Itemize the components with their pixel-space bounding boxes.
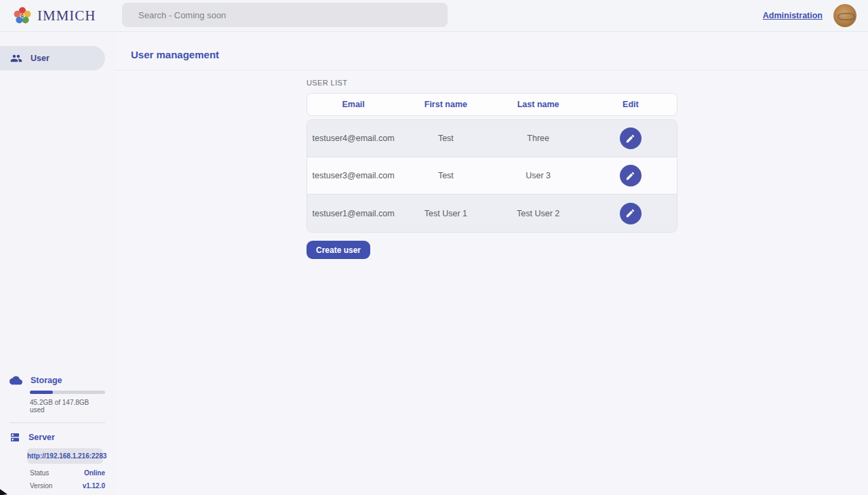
top-header: IMMICH Administration [0, 0, 868, 32]
table-row: testuser1@email.com Test User 1 Test Use… [307, 195, 677, 232]
cell-last-name: Test User 2 [492, 209, 585, 218]
table-row: testuser3@email.com Test User 3 [307, 157, 677, 195]
administration-link[interactable]: Administration [763, 11, 823, 20]
server-version-row: Version v1.12.0 [30, 482, 105, 490]
search-input[interactable] [122, 3, 448, 27]
column-header-last-name: Last name [492, 100, 585, 109]
cell-first-name: Test User 1 [399, 209, 492, 218]
app-logo[interactable]: IMMICH [0, 6, 96, 25]
cloud-icon [9, 376, 22, 385]
sidebar-item-users[interactable]: User [0, 46, 105, 71]
cell-first-name: Test [399, 134, 492, 143]
storage-usage-text: 45.2GB of 147.8GB used [30, 399, 105, 414]
sidebar-status-panel: Storage 45.2GB of 147.8GB used Server ht… [0, 376, 115, 490]
cell-last-name: User 3 [492, 171, 585, 180]
page-title: User management [115, 32, 868, 60]
cell-last-name: Three [492, 134, 585, 143]
edit-user-button[interactable] [620, 127, 642, 149]
column-header-first-name: First name [399, 100, 492, 109]
sidebar-item-label: User [31, 54, 50, 63]
cell-email: testuser1@email.com [307, 209, 399, 218]
column-header-email: Email [307, 100, 399, 109]
cell-email: testuser4@email.com [307, 134, 399, 143]
dns-icon [9, 432, 20, 443]
sidebar-divider [9, 422, 105, 423]
users-table-header: Email First name Last name Edit [307, 93, 677, 116]
pencil-icon [625, 171, 635, 181]
cell-first-name: Test [399, 171, 492, 180]
version-label: Version [30, 482, 52, 490]
user-avatar[interactable] [833, 4, 856, 27]
storage-title: Storage [31, 376, 62, 385]
create-user-button[interactable]: Create user [307, 241, 370, 259]
status-label: Status [30, 469, 49, 477]
mouse-cursor [0, 486, 10, 495]
logo-text: IMMICH [37, 7, 96, 24]
storage-progress [30, 391, 105, 394]
version-value: v1.12.0 [83, 482, 105, 490]
pencil-icon [625, 208, 635, 218]
server-status-row: Status Online [30, 469, 105, 477]
title-divider [115, 70, 868, 71]
edit-user-button[interactable] [620, 203, 642, 224]
table-row: testuser4@email.com Test Three [307, 120, 677, 157]
immich-flower-icon [13, 6, 32, 25]
sidebar: User Storage 45.2GB of 147.8GB used Serv… [0, 32, 115, 495]
storage-progress-fill [30, 391, 53, 394]
server-url-badge: http://192.168.1.216:2283 [27, 448, 103, 464]
cell-email: testuser3@email.com [307, 171, 399, 180]
main-content: User management USER LIST Email First na… [115, 32, 868, 495]
section-label: USER LIST [307, 79, 868, 87]
group-icon [10, 52, 22, 64]
edit-user-button[interactable] [620, 165, 642, 186]
users-table: testuser4@email.com Test Three testuser3… [307, 119, 677, 233]
status-value: Online [84, 469, 105, 477]
column-header-edit: Edit [585, 100, 677, 109]
pencil-icon [625, 134, 635, 144]
server-title: Server [28, 433, 55, 442]
